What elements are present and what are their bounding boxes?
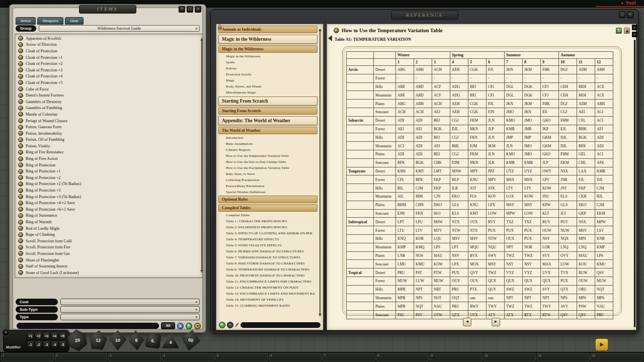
index-scrollbar[interactable] xyxy=(318,28,322,317)
list-item[interactable]: Arrow of Direction xyxy=(15,42,202,48)
modifier-button-plus3[interactable]: +3 xyxy=(43,332,50,340)
list-item[interactable]: Cloak of Protection xyxy=(15,48,202,54)
index-entry-link[interactable]: Compiled Tables xyxy=(217,212,318,218)
add-button[interactable]: + xyxy=(219,322,225,328)
d12-die[interactable]: 12 xyxy=(88,329,109,351)
list-item[interactable]: Periapt of Wound Closure xyxy=(15,118,202,124)
list-item[interactable]: Cloak of Protection +1 xyxy=(15,54,202,61)
list-item[interactable]: Daern's Instant Fortress xyxy=(15,92,202,99)
index-entry-chapter[interactable]: Starting From Scratch xyxy=(218,97,317,106)
d10-die[interactable]: 10 xyxy=(109,330,127,350)
list-item[interactable]: Stone of Good Luck (Luckstone) xyxy=(15,269,202,276)
index-entry-link[interactable]: Table 11: ENCUMBRANCE LIMITS FOR CHARACT… xyxy=(217,279,318,285)
list-item[interactable]: Ring of Protection +3 xyxy=(15,187,202,194)
list-item[interactable]: Shoes of Fharlanghn xyxy=(15,257,202,263)
help-button[interactable]: ? xyxy=(179,6,185,13)
modifier-button-minus2[interactable]: -2 xyxy=(35,340,42,348)
index-entry-link[interactable]: Basic Assumptions xyxy=(217,141,318,147)
scroll-down-button[interactable]: ▼ xyxy=(632,32,637,37)
list-item[interactable]: Ring of Protection +3 (5ft Radius) xyxy=(15,194,202,200)
index-entry-chapter[interactable]: Appendix: The World of Weather xyxy=(218,116,317,125)
index-entry-link[interactable]: Table 3: EFFECTS OF CLOTHING AND ARMOR O… xyxy=(217,230,318,236)
hotbar-slot[interactable]: 8 xyxy=(376,353,429,361)
modifier-button-plus2[interactable]: +2 xyxy=(35,332,42,340)
list-item[interactable]: Staff of Swarming Insects xyxy=(15,263,202,269)
hotbar-slot[interactable]: 12 xyxy=(591,353,643,361)
index-entry-link[interactable]: Special Weather Definitions xyxy=(217,189,318,195)
index-entry-link[interactable]: Spells xyxy=(217,59,318,65)
close-button[interactable]: × xyxy=(195,6,201,13)
index-entry-section[interactable]: Optional Rules xyxy=(218,196,317,203)
list-item[interactable]: Ring of Protection +2 (5ft Radius) xyxy=(15,181,202,188)
list-item[interactable]: Ring of Fire Resistance xyxy=(15,149,202,156)
list-item[interactable]: Gauntlets of Fumbling xyxy=(15,105,202,112)
list-item[interactable]: Scroll, Protection from Cold xyxy=(15,238,202,244)
items-scrollbar[interactable] xyxy=(200,38,204,273)
index-entry-link[interactable]: Rain, Sleet, or Snow xyxy=(217,171,318,177)
index-entry-link[interactable]: Table 14: MOVEMENT OF VEHICLES xyxy=(217,297,318,303)
index-entry-link[interactable]: Table 15: CLIMBING MOVEMENT RATES xyxy=(217,303,318,309)
tab-gear[interactable]: Gear xyxy=(65,17,84,25)
refresh-icon[interactable]: ↻ xyxy=(616,28,622,34)
index-entry-link[interactable]: Protection Scrolls xyxy=(217,71,318,77)
modifier-button-plus4[interactable]: +4 xyxy=(51,332,58,340)
hotbar-slot[interactable]: 11 xyxy=(537,353,590,361)
list-item[interactable]: Ring of Warmth xyxy=(15,219,202,225)
list-item[interactable]: Ring of Protection +4/+2 Save xyxy=(15,200,202,206)
modifier-button-plus1[interactable]: +1 xyxy=(27,332,34,340)
index-entry-link[interactable]: Table 6: HURRICANE DAMAGE TO STRUCTURES xyxy=(217,248,318,254)
scroll-up-button[interactable]: ▲ xyxy=(632,25,637,30)
tab-armor[interactable]: Armor xyxy=(16,17,36,25)
list-item[interactable]: Potion, Gaseous Form xyxy=(15,124,202,130)
index-entry-chapter[interactable]: Magic in the Wilderness xyxy=(218,35,317,44)
minimize-button[interactable]: □ xyxy=(187,6,193,13)
index-entry-link[interactable]: How to Use the Precipitation Variation T… xyxy=(217,165,318,171)
index-entry-link[interactable]: Table 5: WIND VELOCITY EFFECTS xyxy=(217,242,318,248)
index-entry-link[interactable]: Table 13: ENCUMBRANCE LIMITS AND MOVEMEN… xyxy=(217,291,318,297)
reference-window-title[interactable]: REFERENCE xyxy=(391,11,458,20)
index-entry-link[interactable]: Table 10: FROSTBITE DAMAGE TO CHARACTERS xyxy=(217,273,318,279)
index-entry-link[interactable]: Table 7: TORNADO DAMAGE TO STRUCTURES xyxy=(217,254,318,260)
d20-die[interactable]: 20 xyxy=(66,328,89,352)
hotbar-slot[interactable]: 5 xyxy=(215,353,268,361)
collapse-index-button[interactable] xyxy=(328,35,332,41)
index-entry-link[interactable]: Table 4: TEMPERATURE EFFECTS xyxy=(217,236,318,242)
index-entry-link[interactable]: How to Use the Day-to-Day Change Table xyxy=(217,159,318,165)
index-entry-link[interactable]: Table 9: TEMPERATURE DAMAGE TO CHARACTER… xyxy=(217,266,318,273)
list-item[interactable]: Rod of Lordly Might xyxy=(15,225,202,232)
tab-weapons[interactable]: Weapons xyxy=(37,17,63,25)
page-scrollbar[interactable]: ▲ ▼ xyxy=(632,25,637,327)
index-entry-link[interactable]: Miscellaneous Magic xyxy=(217,89,318,96)
index-entry-section[interactable]: The World of Weather xyxy=(218,127,317,134)
modifier-button-minus1[interactable]: -1 xyxy=(27,340,34,348)
hotbar-slot[interactable]: 10 xyxy=(484,353,536,361)
index-entry-section[interactable]: Compiled Tables xyxy=(218,204,317,212)
list-item[interactable]: Ring of Free Action xyxy=(15,155,202,162)
minimize-button[interactable]: □ xyxy=(619,12,625,18)
index-search-input[interactable] xyxy=(240,322,320,328)
modifier-button-minus4[interactable]: -4 xyxy=(51,340,58,348)
list-item[interactable]: Ring of Protection +2 xyxy=(15,174,202,181)
list-item[interactable]: Ring of Sustenance xyxy=(15,213,202,219)
list-item[interactable]: Ring of Protection xyxy=(15,162,202,168)
d6-die[interactable]: 6. xyxy=(145,332,162,349)
hotbar-slot[interactable]: 7 xyxy=(323,353,375,361)
index-entry-link[interactable]: How to Use the Temperature Variation Tab… xyxy=(217,153,318,159)
list-item[interactable]: Scroll, Protection from Fire xyxy=(15,244,202,251)
tool-menu[interactable]: ▼Tool xyxy=(620,1,636,6)
list-item[interactable]: Potion, Vitality xyxy=(15,143,202,149)
list-item[interactable]: Cloak of Protection +5 xyxy=(15,79,202,86)
index-entry-section[interactable]: Starting From Scratch xyxy=(218,107,317,115)
index-entry-link[interactable]: Table 8: HAILSTORM DAMAGE TO CHARACTERS xyxy=(217,260,318,266)
index-entry-link[interactable]: Climatic Regions xyxy=(217,147,318,153)
list-item[interactable]: Ring of Protection +6/+1 Save xyxy=(15,206,202,213)
index-entry-link[interactable]: Rings xyxy=(217,77,318,83)
index-entry-link[interactable]: Collecting Precipitation xyxy=(217,177,318,183)
index-entry-link[interactable]: Rods, Staves, and Wands xyxy=(217,83,318,89)
list-item[interactable]: Ring of Protection +1 xyxy=(15,168,202,174)
index-entry-link[interactable]: Table 2: WILDERNESS PROFICIENCIES xyxy=(217,224,318,230)
hotbar-slot[interactable]: 4 xyxy=(162,353,215,361)
filter-field-type[interactable]: ▾ xyxy=(60,314,200,320)
index-entry-link[interactable]: Table 1 : CHARACTER PROFICIENCIES xyxy=(217,218,318,224)
list-item[interactable]: Cloak of Protection +3 xyxy=(15,67,202,73)
